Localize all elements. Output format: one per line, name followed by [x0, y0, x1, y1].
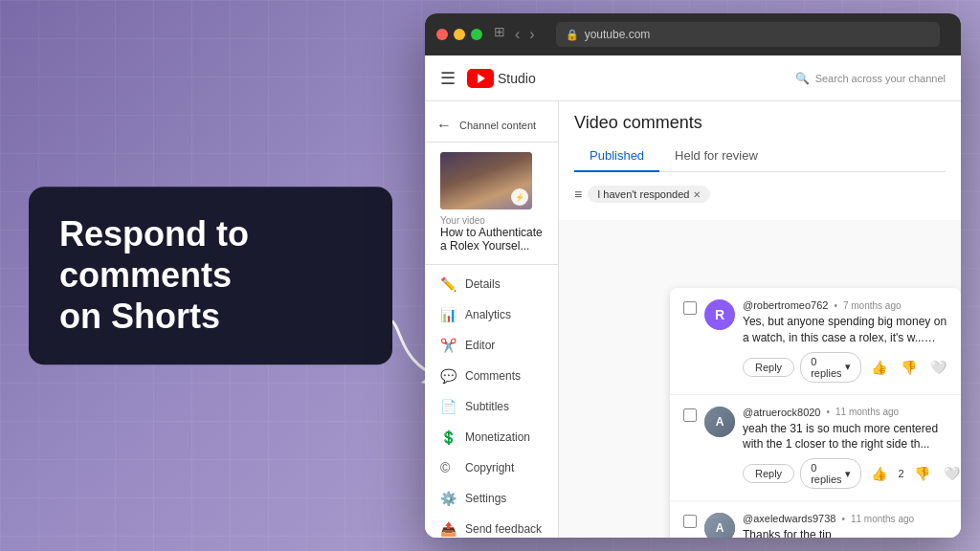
video-section: ⚡ Your video How to Authenticate a Rolex…: [425, 143, 558, 265]
reply-button-2[interactable]: Reply: [743, 464, 794, 483]
sidebar-item-monetization[interactable]: 💲 Monetization: [425, 422, 558, 452]
reply-count-2[interactable]: 0 replies ▾: [800, 458, 860, 489]
subtitles-icon: 📄: [440, 399, 456, 414]
comment-checkbox-3[interactable]: [683, 515, 697, 528]
sidebar-item-comments[interactable]: 💬 Comments: [425, 361, 558, 391]
reply-count-label-2: 0 replies: [811, 462, 841, 485]
sidebar-item-settings[interactable]: ⚙️ Settings: [425, 483, 558, 514]
like-button-2[interactable]: 👍: [867, 464, 891, 483]
heart-button-2[interactable]: 🤍: [940, 464, 961, 483]
chevron-down-icon-2: ▾: [845, 468, 851, 480]
heart-button-1[interactable]: 🤍: [926, 358, 950, 377]
video-title: How to Authenticate a Rolex Yoursel...: [440, 226, 543, 253]
comment-text-1: Yes, but anyone spending big money on a …: [743, 314, 947, 346]
browser-window: ⊞ ‹ › 🔒 youtube.com ☰ Studio 🔍 Search ac…: [425, 13, 961, 538]
hamburger-icon[interactable]: ☰: [440, 68, 456, 89]
comments-icon: 💬: [440, 368, 456, 384]
reply-count-label-1: 0 replies: [811, 356, 841, 379]
sidebar-item-copyright[interactable]: ©️ Copyright: [425, 452, 558, 483]
headline-box: Respond to comments on Shorts: [29, 187, 392, 364]
reply-button-1[interactable]: Reply: [743, 358, 794, 377]
comment-text-3: Thanks for the tip Next time I will make…: [743, 527, 947, 538]
sidebar-item-analytics[interactable]: 📊 Analytics: [425, 299, 558, 330]
comments-section: Video comments Published Held for review…: [559, 101, 961, 220]
sidebar-item-subtitles[interactable]: 📄 Subtitles: [425, 391, 558, 422]
yt-play-icon: [478, 74, 485, 83]
grid-icon[interactable]: ⊞: [494, 24, 505, 45]
comment-card-1: R @robertromeo762 • 7 months ago Yes, bu…: [670, 288, 961, 395]
video-thumb-row: ⚡: [440, 152, 543, 209]
analytics-label: Analytics: [465, 308, 511, 321]
more-options-button-1[interactable]: ⋮: [956, 356, 961, 378]
comments-tabs: Published Held for review: [574, 141, 946, 172]
editor-label: Editor: [465, 339, 495, 352]
copyright-label: Copyright: [465, 461, 514, 474]
filter-remove-button[interactable]: ✕: [693, 189, 701, 200]
sidebar: ← Channel content ⚡ Your video How to Au…: [425, 101, 559, 538]
search-placeholder-text: Search across your channel: [815, 73, 946, 84]
traffic-light-red[interactable]: [436, 29, 448, 40]
main-content: Video comments Published Held for review…: [559, 101, 961, 538]
avatar-1: R: [704, 299, 735, 330]
traffic-light-green[interactable]: [471, 29, 482, 40]
left-panel: Respond to comments on Shorts: [29, 187, 392, 364]
tab-held[interactable]: Held for review: [659, 141, 773, 172]
forward-button[interactable]: ›: [525, 24, 538, 45]
headline-text: Respond to comments on Shorts: [59, 213, 362, 338]
dislike-button-1[interactable]: 👎: [897, 358, 921, 377]
comment-header-1: @robertromeo762 • 7 months ago: [743, 299, 947, 311]
avatar-2: A: [704, 407, 735, 437]
comment-body-2: @atruerock8020 • 11 months ago yeah the …: [743, 407, 947, 490]
comment-checkbox-1[interactable]: [683, 301, 697, 315]
details-icon: ✏️: [440, 276, 456, 292]
sidebar-item-feedback[interactable]: 📤 Send feedback: [425, 514, 558, 538]
video-info: Your video How to Authenticate a Rolex Y…: [440, 215, 543, 253]
sidebar-item-details[interactable]: ✏️ Details: [425, 269, 558, 299]
search-bar-top[interactable]: 🔍 Search across your channel: [795, 72, 946, 85]
lock-icon: 🔒: [566, 29, 579, 41]
commenter-name-3: @axeledwards9738: [743, 513, 835, 524]
avatar-3: A: [704, 513, 735, 538]
comment-time-3: 11 months ago: [851, 514, 914, 524]
comment-time-2: 11 months ago: [835, 407, 899, 417]
dislike-button-2[interactable]: 👎: [910, 464, 934, 483]
comments-title: Video comments: [574, 101, 946, 141]
back-arrow-icon[interactable]: ←: [436, 117, 452, 134]
sidebar-item-editor[interactable]: ✂️ Editor: [425, 330, 558, 361]
comment-card-3: A @axeledwards9738 • 11 months ago Thank…: [670, 501, 961, 538]
subtitles-label: Subtitles: [465, 400, 509, 413]
back-button[interactable]: ‹: [511, 24, 523, 45]
like-count-2: 2: [899, 468, 904, 479]
browser-nav: ⊞ ‹ ›: [494, 24, 539, 45]
channel-content-link[interactable]: Channel content: [459, 120, 536, 131]
like-button-1[interactable]: 👍: [867, 358, 891, 377]
filter-chip[interactable]: I haven't responded ✕: [588, 186, 710, 203]
video-thumbnail: ⚡: [440, 152, 532, 209]
analytics-icon: 📊: [440, 307, 456, 322]
commenter-name-2: @atruerock8020: [743, 407, 821, 418]
comment-time-separator-3: •: [841, 514, 845, 524]
filter-row: ≡ I haven't responded ✕: [574, 180, 946, 209]
search-icon: 🔍: [795, 72, 810, 85]
commenter-name-1: @robertromeo762: [743, 299, 828, 311]
youtube-icon: [467, 69, 494, 88]
traffic-lights: [436, 29, 482, 40]
comment-body-3: @axeledwards9738 • 11 months ago Thanks …: [743, 513, 947, 538]
comment-checkbox-2[interactable]: [683, 408, 697, 422]
address-bar[interactable]: 🔒 youtube.com: [556, 22, 940, 47]
studio-text: Studio: [498, 71, 536, 86]
settings-label: Settings: [465, 492, 506, 505]
reply-count-1[interactable]: 0 replies ▾: [800, 352, 860, 383]
filter-chip-label: I haven't responded: [597, 188, 689, 200]
headline-line2: on Shorts: [59, 298, 220, 337]
comment-text-3-line1: Thanks for the tip: [743, 528, 832, 538]
tab-published[interactable]: Published: [574, 141, 659, 172]
comment-time-separator-1: •: [834, 300, 837, 311]
your-video-label: Your video: [440, 215, 543, 226]
comment-actions-2: Reply 0 replies ▾ 👍 2 👎 🤍 ⋮: [743, 458, 947, 489]
feedback-label: Send feedback: [465, 522, 542, 536]
traffic-light-yellow[interactable]: [454, 29, 465, 40]
monetization-label: Monetization: [465, 430, 530, 444]
copyright-icon: ©️: [440, 460, 456, 475]
comment-body-1: @robertromeo762 • 7 months ago Yes, but …: [743, 299, 947, 383]
